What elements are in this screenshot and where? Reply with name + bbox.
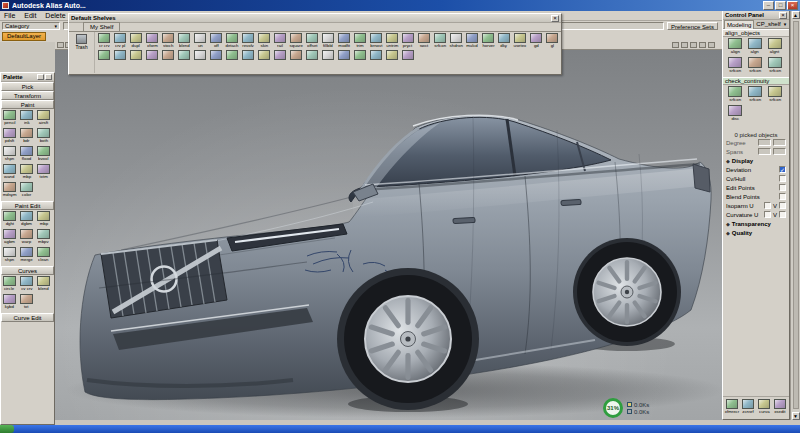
- group-align-objects[interactable]: align_objects: [723, 29, 789, 37]
- shelf-tool[interactable]: detach: [224, 33, 240, 50]
- palette-tool[interactable]: mdsym: [1, 182, 18, 199]
- viewport-shade-icon[interactable]: [672, 42, 679, 48]
- palette-tool[interactable]: shpn: [1, 247, 18, 264]
- shelf-tool[interactable]: stoch: [160, 33, 176, 50]
- palette-tool[interactable]: mbpv: [35, 229, 52, 246]
- viewport-grid-icon[interactable]: [690, 42, 697, 48]
- shelf-tool[interactable]: [368, 50, 384, 60]
- start-button[interactable]: [0, 425, 14, 433]
- palette-tool[interactable]: bdr: [18, 128, 35, 145]
- panel-tool[interactable]: curva: [756, 399, 772, 416]
- panel-tool[interactable]: xfmrecr: [724, 399, 740, 416]
- viewport-wireframe-icon[interactable]: [681, 42, 688, 48]
- viewport-zoom-icon[interactable]: [699, 42, 706, 48]
- palette-section-paint[interactable]: Paint: [1, 100, 54, 109]
- tab-my-shelf[interactable]: My Shelf: [83, 22, 120, 31]
- panel-tool[interactable]: xsedit: [772, 399, 788, 416]
- palette-close-icon[interactable]: [45, 74, 52, 80]
- field-input[interactable]: [773, 148, 786, 155]
- viewport-menu-icon[interactable]: [57, 42, 64, 48]
- shelf-tool[interactable]: trim: [352, 33, 368, 50]
- car-model[interactable]: [55, 50, 722, 420]
- tab-modeling[interactable]: Modeling: [724, 20, 754, 29]
- shelf-tool[interactable]: untrim: [384, 33, 400, 50]
- panel-tool[interactable]: srfcon: [765, 86, 785, 104]
- group-check-continuity[interactable]: check_continuity: [723, 77, 789, 85]
- palette-tool[interactable]: pencil: [1, 110, 18, 127]
- shelf-tool[interactable]: [96, 50, 112, 60]
- shelf-tool[interactable]: off: [208, 33, 224, 50]
- shelf-tool[interactable]: brnovt: [368, 33, 384, 50]
- palette-tool[interactable]: mbp: [35, 211, 52, 228]
- shelf-tool[interactable]: [112, 50, 128, 60]
- minimize-button[interactable]: –: [763, 1, 774, 10]
- viewport-maximize-icon[interactable]: [708, 42, 715, 48]
- panel-tool[interactable]: zcnsrf: [740, 399, 756, 416]
- shelf-tool[interactable]: offset: [304, 33, 320, 50]
- default-layer-button[interactable]: DefaultLayer: [2, 32, 46, 41]
- palette-tool[interactable]: txt: [18, 294, 35, 311]
- shelf-tool[interactable]: [304, 50, 320, 60]
- shelf-tool[interactable]: horver: [480, 33, 496, 50]
- section-header[interactable]: Transparency: [723, 219, 789, 228]
- taskbar[interactable]: [0, 425, 800, 433]
- shelf-tool[interactable]: pryct: [400, 33, 416, 50]
- shelf-tool[interactable]: [400, 50, 416, 60]
- palette-tool[interactable]: blend: [35, 276, 52, 293]
- palette-tool[interactable]: wand: [1, 164, 18, 181]
- shelf-tool[interactable]: gd: [528, 33, 544, 50]
- shelf-tool[interactable]: [320, 50, 336, 60]
- chevron-down-icon[interactable]: ▾: [784, 21, 787, 27]
- palette-tool[interactable]: pdsft: [1, 128, 18, 145]
- scroll-down-icon[interactable]: ▼: [792, 412, 800, 420]
- shelf-tool[interactable]: [336, 50, 352, 60]
- panel-tool[interactable]: algn: [745, 38, 765, 56]
- shelf-tool[interactable]: [160, 50, 176, 60]
- shelf-tool[interactable]: gl: [544, 33, 560, 50]
- panel-tool[interactable]: srfcon: [725, 57, 745, 75]
- shelf-tool[interactable]: revolv: [240, 33, 256, 50]
- shelf-tool[interactable]: dky: [496, 33, 512, 50]
- shelf-tool[interactable]: modfit: [336, 33, 352, 50]
- palette-tool[interactable]: clean: [35, 247, 52, 264]
- shelf-tool[interactable]: fillbld: [320, 33, 336, 50]
- shelf-tool[interactable]: [240, 50, 256, 60]
- palette-tool[interactable]: dgbm: [18, 211, 35, 228]
- field-input[interactable]: [758, 148, 771, 155]
- tab-cp-shelf[interactable]: CP_shelf: [754, 20, 782, 28]
- menu-item[interactable]: File: [4, 12, 15, 19]
- palette-section-pick[interactable]: Pick: [1, 82, 54, 91]
- checkbox[interactable]: [779, 184, 786, 191]
- checkbox[interactable]: [764, 202, 771, 209]
- field-input[interactable]: [773, 139, 786, 146]
- panel-tool[interactable]: srfcon: [725, 86, 745, 104]
- palette-tool[interactable]: merge: [18, 247, 35, 264]
- maximize-button[interactable]: □: [775, 1, 786, 10]
- checkbox[interactable]: [779, 166, 786, 173]
- display-section-header[interactable]: Display: [723, 156, 789, 165]
- trash-tool[interactable]: Trash: [69, 32, 95, 73]
- palette-tool[interactable]: warp: [18, 229, 35, 246]
- panel-tool[interactable]: srfcon: [745, 57, 765, 75]
- scrollbar-track[interactable]: [793, 21, 799, 409]
- category-dropdown[interactable]: Category ▾: [2, 22, 60, 30]
- shelf-tool[interactable]: [288, 50, 304, 60]
- scroll-up-icon[interactable]: ▲: [792, 11, 800, 19]
- shelf-tool[interactable]: dupl: [128, 33, 144, 50]
- palette-tool[interactable]: dght: [1, 211, 18, 228]
- palette-tool[interactable]: airsft: [35, 110, 52, 127]
- palette-tool[interactable]: txtm: [35, 164, 52, 181]
- shelf-tool[interactable]: blend: [176, 33, 192, 50]
- palette-tool[interactable]: ink: [18, 110, 35, 127]
- checkbox[interactable]: [779, 202, 786, 209]
- shelf-tool[interactable]: [256, 50, 272, 60]
- panel-tool[interactable]: srfcon: [745, 86, 765, 104]
- shelf-tool[interactable]: [128, 50, 144, 60]
- shelf-tool[interactable]: [176, 50, 192, 60]
- shelf-tool[interactable]: shdron: [448, 33, 464, 50]
- checkbox[interactable]: [779, 175, 786, 182]
- palette-collapse-icon[interactable]: [37, 74, 44, 80]
- palette-tool[interactable]: both: [35, 128, 52, 145]
- close-icon[interactable]: [779, 12, 787, 19]
- shelf-tool[interactable]: srfcon: [432, 33, 448, 50]
